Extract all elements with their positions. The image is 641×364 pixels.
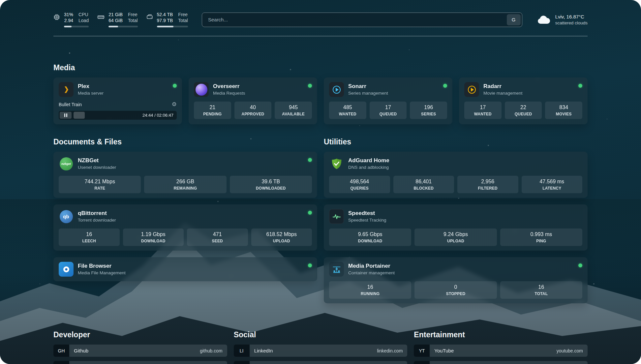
plex-playback-bar[interactable]: 24:44 / 02:06:47 — [59, 111, 177, 120]
portainer-stat-total: 16TOTAL — [500, 281, 582, 299]
speedtest-stat-upload: 9.24 GbpsUPLOAD — [414, 228, 497, 246]
weather-location: Lviv, 16.87°C — [555, 14, 588, 19]
plex-playback-time: 24:44 / 02:06:47 — [142, 113, 176, 118]
disk-total-label: Total — [178, 18, 188, 23]
search-provider-button[interactable]: G — [507, 14, 521, 25]
bookmarks-developer: Developer GH Github github.com SO StackO… — [53, 330, 227, 364]
netflix-abbr: NF — [414, 361, 430, 364]
documents-section-title: Documents & Files — [53, 137, 317, 146]
dashboard-window: 31% CPU 2.94 Load 21 GiB Free 64 GiB Tot… — [0, 0, 641, 364]
disk-progress-bar — [157, 26, 188, 27]
sonarr-name: Sonarr — [348, 83, 388, 90]
section-utilities: Utilities AdGuard Home DNS and adblockin… — [324, 137, 588, 310]
filebrowser-status-dot — [308, 263, 312, 267]
plex-name: Plex — [78, 83, 104, 90]
disk-total-value: 97.9 TB — [157, 18, 173, 23]
nzbget-stat-remaining: 266 GBREMAINING — [144, 176, 226, 193]
memory-total-label: Total — [128, 18, 138, 23]
speedtest-subtitle: Speedtest Tracking — [348, 218, 386, 223]
overseerr-stat-available: 945AVAILABLE — [275, 102, 312, 119]
portainer-stat-running: 16RUNNING — [329, 281, 411, 299]
twitter-abbr: TW — [234, 361, 250, 364]
qbittorrent-stat-seed: 471SEED — [187, 228, 248, 246]
adguard-subtitle: DNS and adblocking — [348, 165, 389, 170]
adguard-stat-queries: 498,564QUERIES — [329, 176, 390, 193]
nzbget-name: NZBGet — [78, 157, 116, 164]
overseerr-status-dot — [308, 84, 312, 88]
youtube-name: YouTube — [434, 348, 454, 353]
overseerr-stat-approved: 40APPROVED — [234, 102, 272, 119]
snow-specks — [0, 0, 1, 1]
linkedin-name: LinkedIn — [254, 348, 273, 353]
media-section-title: Media — [53, 63, 588, 72]
youtube-abbr: YT — [414, 345, 430, 357]
sonarr-card[interactable]: Sonarr Series management 485WANTED 17QUE… — [324, 77, 452, 124]
weather-widget: Lviv, 16.87°C scattered clouds — [536, 14, 588, 25]
radarr-stat-queued: 22QUEUED — [505, 102, 542, 119]
qbittorrent-stat-leech: 16LEECH — [59, 228, 120, 246]
memory-progress-bar — [108, 26, 137, 27]
section-documents: Documents & Files nzbget NZBGet Usenet d… — [53, 137, 317, 288]
nzbget-subtitle: Usenet downloader — [78, 165, 116, 170]
cpu-metric: 31% CPU 2.94 Load — [53, 12, 89, 27]
portainer-name: Media Portainer — [348, 262, 395, 269]
bookmark-github[interactable]: GH Github github.com — [53, 345, 227, 357]
disk-free-label: Free — [178, 12, 188, 17]
qbittorrent-stat-upload: 618.52 MbpsUPLOAD — [251, 228, 312, 246]
memory-free-value: 21 GiB — [108, 12, 123, 17]
header-bar: 31% CPU 2.94 Load 21 GiB Free 64 GiB Tot… — [53, 12, 588, 27]
portainer-icon — [329, 262, 344, 277]
adguard-name: AdGuard Home — [348, 157, 389, 164]
portainer-stat-stopped: 0STOPPED — [414, 281, 497, 299]
plex-card[interactable]: Plex Media server Bullet Train ⚙ 24:44 /… — [53, 77, 182, 124]
search-bar: G — [202, 13, 522, 27]
speedtest-card[interactable]: Speedtest Speedtest Tracking 9.65 GbpsDO… — [324, 204, 588, 251]
bookmark-netflix[interactable]: NF Netflix netflix.com — [414, 361, 588, 364]
social-section-title: Social — [234, 330, 408, 339]
filebrowser-name: File Browser — [78, 262, 126, 269]
cloud-icon — [536, 15, 551, 25]
plex-subtitle: Media server — [78, 91, 104, 96]
portainer-card[interactable]: Media Portainer Container management 16R… — [324, 257, 588, 303]
search-input[interactable] — [202, 13, 522, 27]
bookmark-youtube[interactable]: YT YouTube youtube.com — [414, 345, 588, 357]
radarr-status-dot — [578, 84, 582, 88]
stackoverflow-abbr: SO — [53, 361, 69, 364]
adguard-stat-blocked: 86,401BLOCKED — [393, 176, 454, 193]
portainer-subtitle: Container management — [348, 270, 395, 276]
overseerr-card[interactable]: Overseerr Media Requests 21PENDING 40APP… — [189, 77, 317, 124]
filebrowser-card[interactable]: File Browser Media File Management — [53, 257, 317, 281]
memory-total-value: 64 GiB — [108, 18, 123, 23]
developer-section-title: Developer — [53, 330, 227, 339]
bookmarks-entertainment: Entertainment YT YouTube youtube.com NF … — [414, 330, 588, 364]
overseerr-icon — [194, 82, 209, 97]
radarr-icon — [464, 82, 479, 97]
bookmark-twitter[interactable]: TW Twitter twitter.com — [234, 361, 408, 364]
sonarr-stat-wanted: 485WANTED — [329, 102, 366, 119]
radarr-card[interactable]: Radarr Movie management 17WANTED 22QUEUE… — [459, 77, 588, 124]
adguard-icon — [329, 156, 344, 171]
qbittorrent-card[interactable]: qb qBittorrent Torrent downloader 16LEEC… — [53, 204, 317, 251]
radarr-stat-movies: 834MOVIES — [545, 102, 582, 119]
memory-free-label: Free — [128, 12, 138, 17]
speedtest-name: Speedtest — [348, 210, 386, 217]
qbittorrent-stat-download: 1.19 GbpsDOWNLOAD — [123, 228, 184, 246]
gear-icon[interactable]: ⚙ — [172, 101, 177, 108]
nzbget-card[interactable]: nzbget NZBGet Usenet downloader 744.21 M… — [53, 152, 317, 198]
adguard-stat-filtered: 2,956FILTERED — [457, 176, 518, 193]
sonarr-subtitle: Series management — [348, 91, 388, 96]
radarr-name: Radarr — [483, 83, 523, 90]
youtube-url: youtube.com — [557, 348, 583, 353]
adguard-card[interactable]: AdGuard Home DNS and adblocking 498,564Q… — [324, 152, 588, 198]
speedtest-stat-download: 9.65 GbpsDOWNLOAD — [329, 228, 411, 246]
speedtest-stat-ping: 0.993 msPING — [500, 228, 582, 246]
linkedin-abbr: LI — [234, 345, 250, 357]
bookmark-linkedin[interactable]: LI LinkedIn linkedin.com — [234, 345, 408, 357]
speedtest-icon — [329, 209, 344, 224]
nzbget-status-dot — [308, 158, 312, 162]
bookmark-stackoverflow[interactable]: SO StackOverflow stackoverflow.com — [53, 361, 227, 364]
github-abbr: GH — [53, 345, 69, 357]
pause-button[interactable] — [60, 112, 72, 119]
github-name: Github — [74, 348, 88, 353]
sonarr-icon — [329, 82, 344, 97]
